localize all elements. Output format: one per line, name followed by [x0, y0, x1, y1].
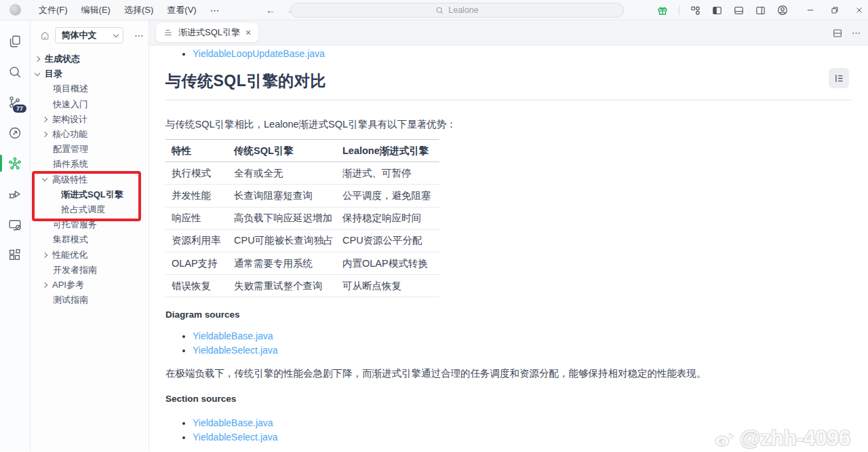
top-source-list: YieldableLoopUpdateBase.java — [165, 47, 852, 61]
menu-item-2[interactable]: 选择(S) — [117, 4, 160, 16]
tree-item-label: 目录 — [45, 68, 62, 80]
source-file-link[interactable]: YieldableSelect.java — [193, 345, 278, 356]
compass-icon[interactable] — [0, 117, 31, 148]
source-file-link[interactable]: YieldableSelect.java — [193, 432, 278, 442]
tree-item[interactable]: 可托管服务 — [31, 217, 149, 232]
ai-graph-icon[interactable] — [0, 148, 31, 178]
layout-grid-icon[interactable] — [690, 5, 701, 16]
search-panel-icon[interactable] — [0, 56, 31, 87]
doc-sidebar: 简体中文 ⋯ 生成状态目录项目概述快速入门架构设计核心功能配置管理插件系统高级特… — [31, 20, 149, 451]
source-file-link[interactable]: YieldableBase.java — [193, 417, 273, 428]
tab-progressive-sql-engine[interactable]: 渐进式SQL引擎 × — [156, 23, 258, 42]
tree-item[interactable]: 生成状态 — [31, 52, 149, 67]
language-dropdown-value: 简体中文 — [62, 29, 97, 41]
restore-window-button[interactable] — [830, 5, 840, 15]
editor-more-icon[interactable]: ⋯ — [852, 28, 861, 38]
tree-item[interactable]: 项目概述 — [31, 81, 149, 96]
outline-button[interactable] — [829, 68, 849, 88]
table-cell: 执行模式 — [165, 162, 228, 185]
chevron-down-icon[interactable] — [42, 176, 47, 181]
diagram-sources-list: YieldableBase.javaYieldableSelect.java — [165, 329, 852, 358]
table-cell: 全有或全无 — [228, 162, 336, 185]
tree-item[interactable]: 性能优化 — [31, 247, 149, 262]
extensions-icon[interactable] — [0, 240, 31, 270]
tree-item-label: 抢占式调度 — [61, 204, 105, 216]
section-sources-list: YieldableBase.javaYieldableSelect.java — [165, 416, 852, 445]
minimize-button[interactable] — [806, 5, 815, 15]
tree-item-label: 性能优化 — [52, 249, 87, 261]
tree-item-label: API参考 — [52, 279, 84, 291]
tab-close-icon[interactable]: × — [245, 28, 251, 37]
chevron-right-icon[interactable] — [35, 56, 40, 62]
tree-item-label: 高级特性 — [52, 174, 87, 186]
chevron-down-icon[interactable] — [35, 71, 40, 76]
menu-item-0[interactable]: 文件(F) — [32, 4, 75, 16]
sidebar-more-icon[interactable]: ⋯ — [134, 30, 144, 41]
gift-icon[interactable] — [656, 4, 669, 16]
chevron-right-icon[interactable] — [42, 252, 47, 257]
doc-content: YieldableLoopUpdateBase.java 与传统SQL引擎的对比… — [149, 45, 868, 451]
run-debug-icon[interactable] — [0, 178, 31, 209]
section-heading: 与传统SQL引擎的对比 — [165, 71, 852, 100]
menu-item-3[interactable]: 查看(V) — [160, 4, 203, 16]
tree-item[interactable]: 目录 — [31, 67, 149, 81]
tree-item[interactable]: 测试指南 — [31, 293, 149, 307]
comparison-table: 特性传统SQL引擎Lealone渐进式引擎执行模式全有或全无渐进式、可暂停并发性… — [165, 139, 439, 297]
table-cell: CPU可能被长查询独占 — [228, 229, 336, 252]
tree-item-label: 插件系统 — [53, 158, 88, 170]
tree-item[interactable]: 快速入门 — [31, 97, 149, 112]
table-cell: 公平调度，避免阻塞 — [336, 185, 439, 207]
tree-item[interactable]: 抢占式调度 — [31, 202, 149, 217]
source-control-icon[interactable]: 77 — [0, 87, 31, 117]
tree-item[interactable]: 高级特性 — [31, 172, 149, 187]
source-file-link[interactable]: YieldableBase.java — [193, 331, 273, 341]
table-cell: 错误恢复 — [165, 275, 228, 297]
table-cell: 失败需重试整个查询 — [228, 275, 336, 297]
back-arrow-icon[interactable]: ← — [266, 4, 276, 16]
list-item: YieldableSelect.java — [193, 430, 852, 445]
tree-item[interactable]: 插件系统 — [31, 157, 149, 172]
tree-item-label: 核心功能 — [52, 128, 87, 140]
list-item: YieldableBase.java — [193, 329, 852, 343]
tree-item-label: 渐进式SQL引擎 — [61, 189, 123, 201]
explorer-icon[interactable] — [0, 26, 31, 56]
global-search-input[interactable]: Lealone — [290, 3, 624, 18]
tree-item-label: 生成状态 — [45, 53, 80, 65]
table-cell: 通常需要专用系统 — [228, 252, 336, 274]
table-row: OLAP支持通常需要专用系统内置OLAP模式转换 — [165, 252, 439, 274]
chevron-right-icon[interactable] — [42, 117, 47, 122]
tree-item-label: 架构设计 — [52, 113, 87, 126]
toggle-right-panel-icon[interactable] — [755, 5, 766, 16]
tree-item[interactable]: API参考 — [31, 278, 149, 293]
title-bar: 文件(F)编辑(E)选择(S)查看(V) ⋯ ← → Lealone — [0, 0, 868, 20]
more-menus-icon[interactable]: ⋯ — [203, 5, 226, 16]
chevron-right-icon[interactable] — [42, 282, 47, 288]
table-row: 并发性能长查询阻塞短查询公平调度，避免阻塞 — [165, 185, 439, 207]
table-cell: 保持稳定响应时间 — [336, 207, 439, 229]
toggle-left-panel-icon[interactable] — [711, 5, 723, 16]
table-row: 资源利用率CPU可能被长查询独占CPU资源公平分配 — [165, 229, 439, 252]
tree-item[interactable]: 开发者指南 — [31, 263, 149, 278]
menu-item-1[interactable]: 编辑(E) — [75, 4, 117, 16]
intro-paragraph: 与传统SQL引擎相比，Lealone渐进式SQL引擎具有以下显著优势： — [165, 118, 852, 131]
list-item: YieldableLoopUpdateBase.java — [193, 47, 852, 61]
tree-item[interactable]: 核心功能 — [31, 127, 149, 142]
toggle-bottom-panel-icon[interactable] — [733, 5, 745, 16]
close-window-button[interactable] — [854, 5, 864, 15]
chevron-right-icon[interactable] — [42, 132, 47, 137]
tree-item[interactable]: 配置管理 — [31, 142, 149, 157]
divider — [679, 5, 679, 15]
account-icon[interactable] — [776, 4, 789, 16]
table-row: 响应性高负载下响应延迟增加保持稳定响应时间 — [165, 207, 439, 229]
language-dropdown[interactable]: 简体中文 — [55, 27, 123, 43]
repo-home-icon — [40, 31, 50, 41]
table-cell: 渐进式、可暂停 — [336, 162, 439, 185]
table-cell: 高负载下响应延迟增加 — [228, 207, 336, 229]
remote-explorer-icon[interactable] — [0, 209, 31, 240]
tree-item[interactable]: 渐进式SQL引擎 — [31, 187, 149, 202]
split-editor-icon[interactable] — [832, 28, 843, 39]
source-file-link[interactable]: YieldableLoopUpdateBase.java — [193, 48, 325, 59]
table-row: 错误恢复失败需重试整个查询可从断点恢复 — [165, 275, 439, 297]
tree-item[interactable]: 集群模式 — [31, 232, 149, 247]
tree-item[interactable]: 架构设计 — [31, 112, 149, 127]
